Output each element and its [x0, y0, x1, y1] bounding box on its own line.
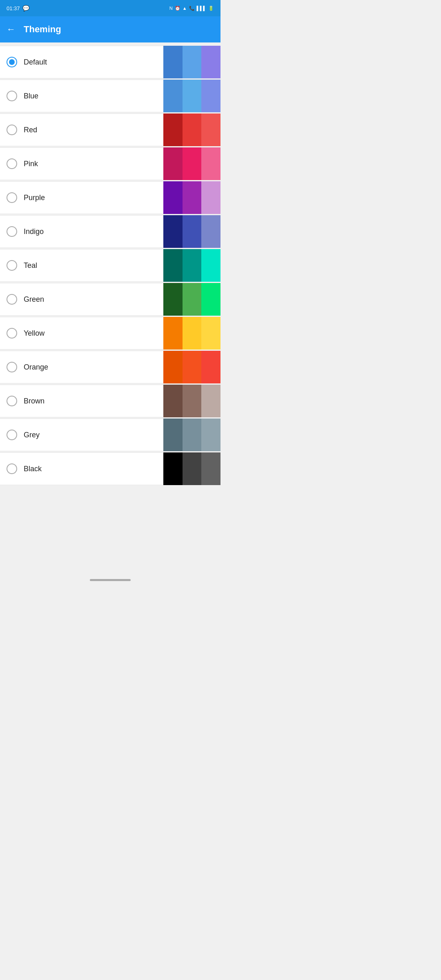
swatches-teal [163, 249, 220, 282]
radio-brown[interactable] [7, 396, 17, 406]
radio-red[interactable] [7, 125, 17, 135]
radio-teal[interactable] [7, 260, 17, 271]
swatch-pink-0 [163, 147, 183, 180]
theme-row-default[interactable]: Default [0, 46, 220, 78]
home-indicator [90, 579, 131, 581]
theme-row-left-grey: Grey [0, 430, 163, 440]
radio-blue[interactable] [7, 91, 17, 101]
nfc-icon: N [169, 6, 173, 11]
theme-row-left-default: Default [0, 57, 163, 67]
swatch-black-1 [183, 452, 202, 485]
radio-orange[interactable] [7, 362, 17, 372]
theme-label-indigo: Indigo [24, 227, 44, 236]
radio-black[interactable] [7, 463, 17, 474]
swatch-default-2 [201, 46, 220, 78]
theme-label-red: Red [24, 126, 37, 134]
swatch-red-1 [183, 114, 202, 146]
swatch-black-2 [201, 452, 220, 485]
theme-row-green[interactable]: Green [0, 283, 220, 316]
swatch-red-0 [163, 114, 183, 146]
radio-grey[interactable] [7, 430, 17, 440]
swatch-green-2 [201, 283, 220, 316]
radio-green[interactable] [7, 294, 17, 305]
swatches-grey [163, 419, 220, 451]
swatch-teal-1 [183, 249, 202, 282]
swatch-red-2 [201, 114, 220, 146]
radio-default[interactable] [7, 57, 17, 67]
radio-purple[interactable] [7, 192, 17, 203]
swatch-brown-2 [201, 385, 220, 417]
theme-row-left-yellow: Yellow [0, 328, 163, 339]
swatches-blue [163, 80, 220, 112]
theme-row-purple[interactable]: Purple [0, 181, 220, 214]
swatch-yellow-1 [183, 317, 202, 350]
swatches-red [163, 114, 220, 146]
theme-label-green: Green [24, 295, 44, 304]
theme-row-left-teal: Teal [0, 260, 163, 271]
swatch-teal-2 [201, 249, 220, 282]
radio-inner-default [9, 59, 15, 65]
swatches-orange [163, 351, 220, 383]
theme-row-left-indigo: Indigo [0, 226, 163, 237]
status-right: N ⏰ ▲ 📞 ▌▌▌ 🔋 [169, 6, 214, 11]
battery-icon: 🔋 [208, 6, 214, 11]
theme-row-grey[interactable]: Grey [0, 419, 220, 451]
radio-indigo[interactable] [7, 226, 17, 237]
theme-row-blue[interactable]: Blue [0, 80, 220, 112]
swatch-black-0 [163, 452, 183, 485]
theme-row-left-purple: Purple [0, 192, 163, 203]
swatches-indigo [163, 215, 220, 248]
theme-row-indigo[interactable]: Indigo [0, 215, 220, 248]
theme-row-pink[interactable]: Pink [0, 147, 220, 180]
radio-yellow[interactable] [7, 328, 17, 339]
swatch-teal-0 [163, 249, 183, 282]
empty-space [0, 490, 220, 571]
theme-row-brown[interactable]: Brown [0, 385, 220, 417]
call-icon: 📞 [189, 6, 195, 11]
alarm-icon: ⏰ [175, 6, 180, 11]
theme-row-yellow[interactable]: Yellow [0, 317, 220, 350]
status-left: 01:37 💬 [7, 5, 29, 11]
theme-row-left-brown: Brown [0, 396, 163, 406]
bottom-bar [0, 571, 220, 584]
swatch-brown-0 [163, 385, 183, 417]
swatches-default [163, 46, 220, 78]
swatches-yellow [163, 317, 220, 350]
swatch-grey-1 [183, 419, 202, 451]
swatch-default-0 [163, 46, 183, 78]
swatch-purple-2 [201, 181, 220, 214]
swatch-green-1 [183, 283, 202, 316]
theme-row-orange[interactable]: Orange [0, 351, 220, 383]
swatch-default-1 [183, 46, 202, 78]
theme-row-left-blue: Blue [0, 91, 163, 101]
theme-label-teal: Teal [24, 261, 37, 270]
swatch-green-0 [163, 283, 183, 316]
swatch-grey-0 [163, 419, 183, 451]
theme-row-red[interactable]: Red [0, 114, 220, 146]
swatch-yellow-0 [163, 317, 183, 350]
theme-list: DefaultBlueRedPinkPurpleIndigoTealGreenY… [0, 42, 220, 490]
swatch-orange-0 [163, 351, 183, 383]
theme-row-left-orange: Orange [0, 362, 163, 372]
swatches-brown [163, 385, 220, 417]
theme-label-yellow: Yellow [24, 329, 45, 338]
swatch-yellow-2 [201, 317, 220, 350]
theme-label-purple: Purple [24, 194, 45, 202]
theme-label-pink: Pink [24, 160, 38, 168]
radio-pink[interactable] [7, 158, 17, 169]
status-bar: 01:37 💬 N ⏰ ▲ 📞 ▌▌▌ 🔋 [0, 0, 220, 16]
swatch-indigo-1 [183, 215, 202, 248]
signal-icon: ▌▌▌ [197, 6, 206, 11]
swatch-purple-1 [183, 181, 202, 214]
back-button[interactable]: ← [7, 24, 16, 35]
swatches-purple [163, 181, 220, 214]
swatch-grey-2 [201, 419, 220, 451]
swatch-indigo-0 [163, 215, 183, 248]
theme-label-orange: Orange [24, 363, 48, 372]
swatch-brown-1 [183, 385, 202, 417]
theme-row-teal[interactable]: Teal [0, 249, 220, 282]
swatch-pink-1 [183, 147, 202, 180]
theme-row-black[interactable]: Black [0, 452, 220, 485]
swatch-blue-2 [201, 80, 220, 112]
swatch-indigo-2 [201, 215, 220, 248]
